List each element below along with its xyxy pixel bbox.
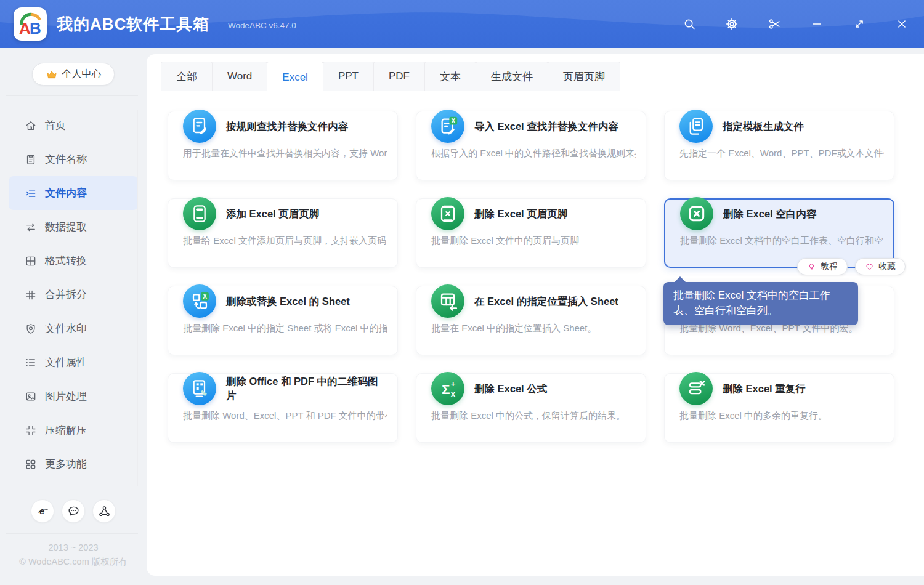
- profile-center-button[interactable]: 个人中心: [32, 63, 115, 86]
- sheets-swap-icon: X: [183, 284, 216, 318]
- compress-icon: [25, 424, 37, 437]
- qr-clean-glyph: [190, 379, 209, 398]
- profile-center-label: 个人中心: [62, 68, 102, 81]
- feature-card-sigma-formula[interactable]: Σ+x删除 Excel 公式批量删除 Excel 中的公式，保留计算后的结果。: [416, 373, 646, 443]
- card-head: 按规则查找并替换文件内容: [168, 107, 397, 145]
- app-logo: A B: [14, 7, 47, 41]
- tutorial-button[interactable]: 教程: [797, 258, 848, 275]
- doc-header-footer-icon: [183, 197, 216, 230]
- sidebar-item-format-convert[interactable]: 格式转换: [0, 244, 147, 278]
- card-head: 删除 Office 和 PDF 中的二维码图片: [168, 369, 397, 408]
- maximize-button[interactable]: [853, 17, 866, 31]
- sidebar-item-label: 文件名称: [45, 152, 87, 166]
- close-button[interactable]: [895, 17, 909, 31]
- sigma-formula-glyph: Σ+x: [438, 379, 458, 398]
- tab-全部[interactable]: 全部: [161, 62, 213, 91]
- feature-card-sheets-swap[interactable]: X删除或替换 Excel 的 Sheet批量删除 Excel 中的指定 Shee…: [168, 286, 398, 355]
- feature-card-qr-clean[interactable]: 删除 Office 和 PDF 中的二维码图片批量删除 Word、Excel、P…: [168, 373, 398, 443]
- feature-card-box-x[interactable]: 删除 Excel 空白内容批量删除 Excel 文档中的空白工作表、空白行和空白…: [664, 198, 894, 268]
- duplicate-rows-icon: [679, 372, 713, 405]
- lightbulb-icon: [807, 262, 816, 272]
- template-docs-icon: [679, 110, 713, 143]
- sidebar-item-image-process[interactable]: 图片处理: [0, 379, 147, 413]
- minimize-button[interactable]: [810, 17, 824, 31]
- feature-card-doc-header-footer[interactable]: 添加 Excel 页眉页脚批量给 Excel 文件添加页眉与页脚，支持嵌入页码: [168, 198, 398, 268]
- doc-edit-excel-icon: X: [431, 110, 464, 143]
- tab-Excel[interactable]: Excel: [267, 62, 323, 93]
- content-panel: 全部WordExcelPPTPDF文本生成文件页眉页脚 批量删除 Excel 文…: [147, 54, 924, 576]
- share-network-button[interactable]: [92, 499, 116, 523]
- tab-生成文件[interactable]: 生成文件: [476, 62, 548, 91]
- sheets-swap-glyph: X: [190, 291, 209, 311]
- title-bar: A B 我的ABC软件工具箱 WodeABC v6.47.0: [0, 0, 924, 48]
- format-convert-icon: [25, 255, 37, 267]
- screenshot-scissors-icon: [768, 17, 781, 31]
- sidebar-item-file-props[interactable]: 文件属性: [0, 345, 147, 379]
- sidebar-scroll-track[interactable]: [137, 110, 138, 486]
- card-description: 批量删除 Excel 文档中的空白工作表、空白行和空白列。: [680, 235, 883, 247]
- ie-browser-button[interactable]: e: [31, 499, 54, 523]
- sidebar-divider-top: [6, 95, 138, 96]
- svg-text:X: X: [203, 293, 207, 300]
- settings-icon: [725, 17, 739, 31]
- card-description: 批量在 Excel 中的指定位置插入 Sheet。: [431, 323, 636, 334]
- tab-PPT[interactable]: PPT: [323, 62, 374, 91]
- tab-页眉页脚[interactable]: 页眉页脚: [548, 62, 620, 91]
- sidebar-divider-footer-top: [6, 491, 138, 491]
- box-x-bars-glyph: [438, 204, 458, 224]
- card-title: 删除或替换 Excel 的 Sheet: [226, 294, 350, 309]
- card-title: 删除 Excel 公式: [474, 382, 547, 396]
- sidebar-item-more-features[interactable]: 更多功能: [0, 447, 147, 481]
- tab-Word[interactable]: Word: [212, 62, 267, 91]
- tooltip-text: 批量删除 Excel 文档中的空白工作表、空白行和空白列。: [673, 289, 830, 317]
- sidebar-item-label: 文件属性: [45, 355, 87, 369]
- sidebar-item-data-extract[interactable]: 数据提取: [0, 210, 147, 244]
- feature-card-template-docs[interactable]: 指定模板生成文件先指定一个 Excel、Word、PPT、PDF或文本文件作: [664, 111, 894, 180]
- app-version: WodeABC v6.47.0: [228, 21, 296, 30]
- svg-text:X: X: [452, 118, 456, 124]
- app-title: 我的ABC软件工具箱: [57, 14, 209, 35]
- app-window: A B 我的ABC软件工具箱 WodeABC v6.47.0 个人中心 首页文件…: [0, 0, 924, 585]
- feature-card-doc-edit-excel[interactable]: X导入 Excel 查找并替换文件内容根据导入的 Excel 中的文件路径和查找…: [416, 111, 646, 180]
- feature-card-doc-edit[interactable]: 按规则查找并替换文件内容用于批量在文件中查找并替换相关内容，支持 Word: [168, 111, 398, 180]
- card-description: 批量给 Excel 文件添加页眉与页脚，支持嵌入页码: [183, 235, 387, 247]
- card-description: 批量删除 Excel 中的多余的重复行。: [679, 410, 884, 422]
- favorite-button-label: 收藏: [878, 261, 896, 272]
- sidebar-item-file-content[interactable]: 文件内容: [9, 176, 138, 210]
- card-title: 在 Excel 的指定位置插入 Sheet: [474, 294, 618, 309]
- sidebar-item-merge-split[interactable]: 合并拆分: [0, 278, 147, 312]
- tutorial-button-label: 教程: [821, 261, 838, 272]
- feature-tooltip: 批量删除 Excel 文档中的空白工作表、空白行和空白列。: [663, 282, 858, 325]
- tab-文本[interactable]: 文本: [424, 62, 476, 91]
- copyright-years: 2013 ~ 2023: [0, 541, 147, 555]
- home-icon: [25, 119, 37, 132]
- search-button[interactable]: [683, 17, 696, 31]
- sidebar-item-label: 文件内容: [45, 186, 87, 200]
- tab-PDF[interactable]: PDF: [373, 62, 425, 91]
- card-title: 删除 Excel 空白内容: [723, 207, 816, 221]
- sidebar-item-file-name[interactable]: 文件名称: [0, 142, 147, 176]
- sidebar-item-compress[interactable]: 压缩解压: [0, 413, 147, 447]
- card-head: 删除 Excel 空白内容: [665, 195, 893, 233]
- crown-icon: [46, 68, 58, 81]
- card-head: 在 Excel 的指定位置插入 Sheet: [416, 282, 646, 320]
- titlebar-actions: [683, 0, 909, 48]
- sidebar-item-watermark[interactable]: 文件水印: [0, 312, 147, 345]
- feature-card-box-x-bars[interactable]: 删除 Excel 页眉页脚批量删除 Excel 文件中的页眉与页脚: [416, 198, 646, 268]
- favorite-button[interactable]: 收藏: [855, 258, 906, 275]
- card-description: 先指定一个 Excel、Word、PPT、PDF或文本文件作: [679, 148, 884, 159]
- tab-bar: 全部WordExcelPPTPDF文本生成文件页眉页脚: [161, 62, 620, 93]
- chat-icon: [67, 505, 80, 518]
- settings-button[interactable]: [725, 17, 739, 31]
- screenshot-scissors-button[interactable]: [768, 17, 781, 31]
- close-icon: [895, 17, 909, 31]
- feature-card-table-insert-sheet[interactable]: 在 Excel 的指定位置插入 Sheet批量在 Excel 中的指定位置插入 …: [416, 286, 646, 355]
- box-x-bars-icon: [431, 197, 464, 230]
- feature-card-grid: 批量删除 Excel 文档中的空白工作表、空白行和空白列。 按规则查找并替换文件…: [168, 111, 894, 443]
- sidebar-item-home[interactable]: 首页: [0, 108, 147, 142]
- card-description: 根据导入的 Excel 中的文件路径和查找替换规则来批: [431, 148, 636, 159]
- sidebar-item-label: 格式转换: [45, 254, 87, 268]
- feature-card-duplicate-rows[interactable]: 删除 Excel 重复行批量删除 Excel 中的多余的重复行。: [664, 373, 894, 443]
- chat-button[interactable]: [62, 499, 85, 523]
- card-head: Σ+x删除 Excel 公式: [416, 369, 646, 408]
